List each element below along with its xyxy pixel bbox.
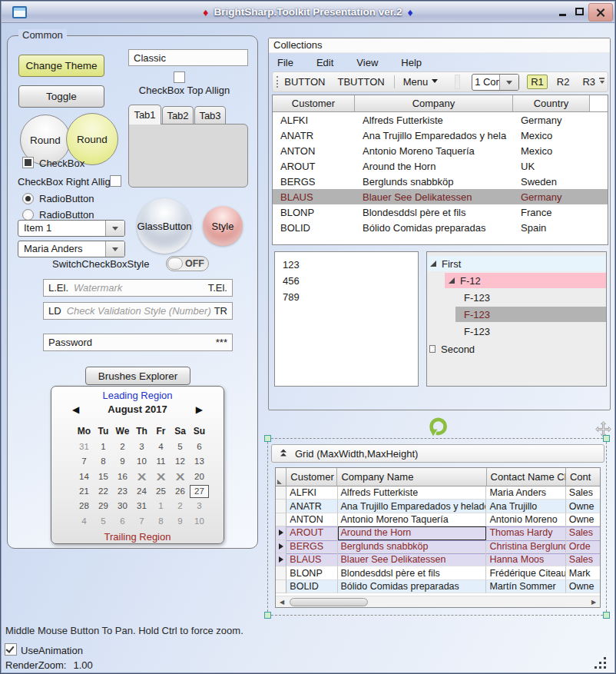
minimize-button[interactable] [555,2,570,22]
table-cell[interactable]: Mark [566,566,600,579]
table-row[interactable]: BERGSBerglunds snabbköpSweden [273,174,608,189]
resize-handle-nw[interactable] [264,435,271,442]
switch-checkbox[interactable]: OFF [166,256,209,271]
tree-item-first[interactable]: First [427,256,606,271]
table-cell[interactable]: Owne [566,500,600,513]
calendar-date[interactable]: 1 [94,440,113,453]
row-header[interactable] [276,566,286,579]
column-header-country[interactable]: Country [513,95,590,112]
table-row[interactable]: BOLIDBólido Comidas preparadasMartín Som… [276,580,600,593]
table-cell[interactable]: ANTON [273,145,355,157]
row-header[interactable] [276,500,286,513]
calendar-date[interactable]: 28 [75,500,94,513]
calendar-date[interactable]: 13 [190,455,209,468]
expander-collapsed-icon[interactable] [430,346,435,352]
table-cell[interactable]: Mexico [513,130,590,141]
calendar-date[interactable]: 2 [113,440,132,453]
column-header-contact-name-cn[interactable]: Contact Name CN [487,468,566,486]
scrollbar-thumb[interactable] [290,598,368,606]
table-cell[interactable]: Antonio Moreno Taquería [355,145,513,157]
column-header-company[interactable]: Company [355,95,513,112]
checkbox-right-align[interactable] [110,175,121,187]
watermark-textbox[interactable]: L.El. Watermark T.El. [43,279,233,297]
calendar-selected-date[interactable]: 27 [190,485,209,498]
table-cell[interactable]: Martín Sommer [486,580,565,593]
table-cell[interactable]: Blauer See Delikatessen [338,553,487,566]
table-cell[interactable]: ANATR [286,500,337,513]
checkbox-checked[interactable] [22,157,34,168]
tree-item-second[interactable]: Second [427,341,606,357]
table-cell[interactable]: Hanna Moos [486,553,565,566]
calendar-date[interactable]: 10 [190,515,209,528]
table-cell[interactable]: Berglunds snabbköp [355,176,513,188]
combobox-item1[interactable]: Item 1 [18,220,125,237]
calendar-next-button[interactable]: ▶ [196,404,203,415]
calendar-date[interactable]: 21 [75,485,94,498]
toolbar-radio-r2[interactable]: R2 [553,75,574,89]
menu-item-help[interactable]: Help [399,56,424,69]
table-cell[interactable]: Thomas Hardy [486,526,565,540]
row-header[interactable] [276,580,286,593]
table-cell[interactable]: BLAUS [273,191,355,203]
column-header-customer-id[interactable]: Customer ID [286,468,337,486]
row-header[interactable] [276,513,286,526]
calendar-date[interactable]: 20 [190,470,209,483]
tree-item-f-123[interactable]: F-123 [455,290,606,305]
glass-button[interactable]: GlassButton [137,198,192,254]
calendar-date[interactable]: 29 [94,500,113,513]
table-cell[interactable]: France [513,207,590,218]
table-cell[interactable]: Antonio Moreno [486,513,565,526]
calendar-date[interactable]: 2 [171,500,190,513]
scrollbar-track[interactable] [288,596,588,607]
table-cell[interactable]: BOLID [273,222,355,234]
table-row[interactable]: BLAUSBlauer See DelikatessenGermany [273,189,608,204]
expander-expanded-icon[interactable] [430,261,436,267]
classic-combobox[interactable]: Classic [128,49,248,66]
horizontal-scrollbar[interactable]: ◀ ▶ [276,596,600,607]
radiobutton-1[interactable] [22,193,34,204]
table-cell[interactable]: ALFKI [286,486,337,500]
table-row[interactable]: ANTONAntonio Moreno TaqueríaMexico [273,143,608,158]
resize-handle-sw[interactable] [264,612,271,619]
table-row[interactable]: BOLIDBólido Comidas preparadasSpain [273,220,608,235]
calendar-date[interactable]: 3 [132,440,151,453]
table-cell[interactable]: Owne [566,513,600,526]
list-item[interactable]: 789 [275,289,418,305]
table-row[interactable]: BLONPBlondesddsl père et filsFrédérique … [276,566,600,579]
table-cell[interactable]: Antonio Moreno Taquería [338,513,487,526]
calendar-date[interactable]: 25 [151,485,171,498]
calendar-date[interactable]: 7 [132,515,151,528]
table-cell[interactable]: AROUT [286,526,337,540]
table-row[interactable]: AROUTAround the HornUK [273,158,608,174]
calendar-date[interactable]: 6 [113,515,132,528]
table-cell[interactable]: Around the Horn [355,161,513,172]
table-cell[interactable]: ANATR [273,130,355,141]
select-all-corner[interactable] [276,468,286,486]
table-cell[interactable]: AROUT [273,161,355,172]
calendar-date[interactable]: 9 [113,455,132,468]
expander-expanded-icon[interactable] [449,277,455,284]
calendar-date[interactable]: 23 [113,485,132,498]
table-cell[interactable]: Alfreds Futterkiste [338,486,487,500]
use-animation-checkbox[interactable] [5,643,17,656]
table-row[interactable]: ANTONAntonio Moreno TaqueríaAntonio More… [276,513,600,526]
validation-textbox[interactable]: LD Check Validation Style (Number) TR [43,302,233,320]
table-cell[interactable]: Blondesddsl père et fils [355,207,513,218]
calendar-date[interactable]: 8 [94,455,113,468]
calendar-date[interactable]: 14 [75,470,94,483]
close-button[interactable] [588,3,613,22]
change-theme-button[interactable]: Change Theme [18,55,104,77]
toolbar-combobox-dropdown[interactable] [499,75,518,90]
table-cell[interactable]: Maria Anders [486,486,565,500]
table-cell[interactable]: Germany [513,191,590,203]
column-header-cont[interactable]: Cont [566,468,600,486]
row-header[interactable] [276,540,286,553]
calendar-date[interactable]: 7 [75,455,94,468]
resize-handle-ne[interactable] [603,435,610,442]
table-cell[interactable]: BOLID [286,580,337,593]
tab-tab1[interactable]: Tab1 [128,105,161,125]
table-cell[interactable]: Sales [566,526,600,540]
table-cell[interactable]: Germany [513,115,590,126]
calendar-date[interactable]: 26 [171,485,190,498]
style-glass-button[interactable]: Style [203,206,243,246]
